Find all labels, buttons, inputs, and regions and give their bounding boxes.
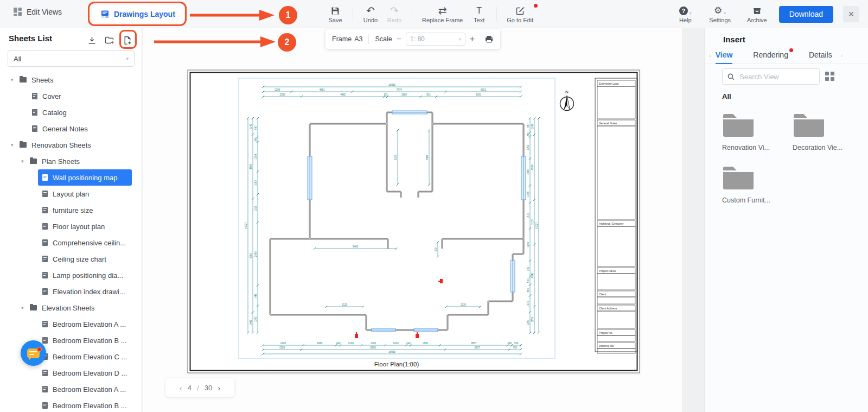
file-icon bbox=[32, 125, 37, 132]
tree-folder-item[interactable]: ▾Renovation Sheets bbox=[0, 137, 142, 153]
tree-sheet-item[interactable]: Bedroom Elevation B ... bbox=[0, 332, 142, 348]
dimension-label: 1360 bbox=[371, 342, 376, 345]
tab-view[interactable]: View bbox=[716, 50, 733, 60]
save-button[interactable]: Save bbox=[323, 5, 347, 23]
chat-icon bbox=[27, 348, 40, 358]
dimension-chain: 3426 bbox=[426, 129, 430, 186]
text-tool-button[interactable]: T Text bbox=[467, 5, 491, 23]
section-label-all: All bbox=[722, 92, 731, 100]
title-block: Enterprise LogoGeneral NotesArchitect / … bbox=[595, 78, 637, 353]
tree-sheet-item[interactable]: Lamp positioning dia... bbox=[0, 267, 142, 283]
toolbar-right: ?▾ Help ⚙▾ Settings Archive Download × bbox=[673, 3, 859, 26]
scale-increase-button[interactable]: + bbox=[465, 34, 479, 44]
help-button[interactable]: ?▾ Help bbox=[673, 5, 697, 23]
view-folder-item[interactable]: Decoration Vie... bbox=[793, 113, 853, 151]
titleblock-label: Client Address bbox=[599, 307, 617, 310]
download-button[interactable]: Download bbox=[779, 6, 833, 23]
toolbar-divider bbox=[412, 7, 412, 21]
tree-sheet-item[interactable]: Cover bbox=[0, 88, 142, 104]
tree-sheet-item[interactable]: Comprehensive ceilin... bbox=[0, 234, 142, 251]
dimension-label: 3857 bbox=[474, 346, 480, 349]
go-to-edit-button[interactable]: Go to Edit bbox=[502, 5, 538, 23]
dimension-label: 2960 bbox=[254, 251, 257, 257]
tree-folder-item[interactable]: ▾Plan Sheets bbox=[0, 153, 142, 169]
view-folder-item[interactable]: Custom Furnit... bbox=[722, 166, 783, 204]
print-button[interactable] bbox=[484, 35, 494, 43]
file-icon bbox=[32, 109, 37, 116]
caret-down-icon[interactable]: ▾ bbox=[11, 142, 20, 148]
drawings-layout-icon bbox=[101, 10, 110, 18]
tree-sheet-item[interactable]: Catalog bbox=[0, 104, 142, 121]
tabs-scroll-right-icon[interactable]: › bbox=[837, 52, 847, 59]
prev-page-button[interactable]: ‹ bbox=[180, 383, 182, 392]
dimension-label: 503 bbox=[527, 278, 529, 283]
file-icon bbox=[42, 272, 48, 278]
help-icon: ?▾ bbox=[679, 5, 692, 16]
titleblock-label: Client bbox=[599, 293, 607, 296]
view-search bbox=[722, 68, 820, 85]
tree-sheet-item[interactable]: Layout plan bbox=[0, 186, 142, 202]
grid-view-toggle[interactable] bbox=[825, 72, 834, 81]
tree-sheet-item[interactable]: Bedroom Elevation D ... bbox=[0, 365, 142, 381]
caret-down-icon: ▾ bbox=[724, 11, 726, 16]
next-page-button[interactable]: › bbox=[218, 383, 220, 392]
caret-down-icon[interactable]: ▾ bbox=[21, 159, 30, 164]
sheets-filter-select[interactable]: All ▾ bbox=[8, 50, 135, 67]
tree-sheet-item[interactable]: Bedroom Elevation A ... bbox=[0, 381, 142, 397]
caret-down-icon[interactable]: ▾ bbox=[21, 305, 30, 310]
replace-frame-button[interactable]: ⇄ Replace Frame bbox=[418, 5, 467, 23]
dimension-label: 1648 bbox=[527, 169, 529, 175]
dimension-label: 1980 bbox=[401, 93, 407, 96]
dimension-label: 4861 bbox=[319, 88, 325, 91]
download-sheets-button[interactable] bbox=[85, 34, 98, 47]
archive-button[interactable]: Archive bbox=[743, 5, 771, 23]
chat-fab-button[interactable] bbox=[21, 340, 46, 366]
dimension-label: 520 bbox=[514, 342, 519, 345]
tree-sheet-item[interactable]: Bedroom Elevation B ... bbox=[0, 397, 142, 412]
tree-sheet-item[interactable]: General Notes bbox=[0, 121, 142, 137]
drawings-layout-button[interactable]: Drawings Layout bbox=[92, 5, 184, 23]
page-total: 30 bbox=[205, 384, 212, 392]
search-input[interactable] bbox=[738, 72, 814, 81]
tree-sheet-item[interactable]: Bedroom Elevation A ... bbox=[0, 316, 142, 332]
add-folder-button[interactable] bbox=[103, 34, 116, 47]
scale-select[interactable]: 1: 80 ▾ bbox=[406, 33, 465, 46]
folder-icon bbox=[20, 142, 27, 148]
tab-details[interactable]: Details bbox=[809, 50, 832, 60]
dimension-chain: 2283486174746001 bbox=[262, 88, 522, 93]
tree-sheet-item[interactable]: Floor layout plan bbox=[0, 218, 142, 234]
redo-button[interactable]: ↷ Redo bbox=[382, 5, 406, 23]
add-sheet-button[interactable] bbox=[121, 34, 134, 47]
titleblock-label: Project Name bbox=[599, 269, 616, 272]
tree-folder-item[interactable]: ▾Sheets bbox=[0, 72, 142, 88]
tree-sheet-item[interactable]: Ceiling size chart bbox=[0, 251, 142, 267]
file-icon bbox=[42, 256, 48, 262]
annotation-arrow-2 bbox=[153, 35, 277, 49]
dimension-chain: 2120 bbox=[325, 303, 364, 308]
floor-plan-drawing[interactable]: N Floor Plan(1:80) 169592283486174746001… bbox=[187, 69, 640, 373]
tree-sheet-item[interactable]: Elevation index drawi... bbox=[0, 283, 142, 300]
dimension-label: 3857 bbox=[471, 342, 477, 345]
view-folder-grid: Renovation Vi...Decoration Vie...Custom … bbox=[718, 106, 859, 212]
sheet-paper[interactable]: N Floor Plan(1:80) 169592283486174746001… bbox=[187, 69, 640, 373]
view-folder-item[interactable]: Renovation Vi... bbox=[722, 113, 783, 151]
undo-button[interactable]: ↶ Undo bbox=[359, 5, 382, 23]
tree-folder-item[interactable]: ▾Elevation Sheets bbox=[0, 300, 142, 316]
edit-views-button[interactable]: Edit Views bbox=[13, 7, 62, 16]
file-icon bbox=[42, 370, 48, 376]
dimension-label: 660 bbox=[527, 288, 529, 292]
annotation-badge-2: 2 bbox=[278, 33, 296, 52]
tabs-scroll-left-icon[interactable]: ‹ bbox=[705, 52, 716, 59]
close-icon: × bbox=[848, 9, 854, 20]
tab-rendering[interactable]: Rendering bbox=[753, 50, 788, 60]
folder-icon bbox=[30, 159, 37, 164]
tree-sheet-item[interactable]: Wall positioning map bbox=[38, 169, 132, 186]
close-button[interactable]: × bbox=[843, 6, 859, 22]
scale-decrease-button[interactable]: − bbox=[392, 34, 406, 44]
dimension-label: 16939 bbox=[388, 351, 395, 353]
caret-down-icon[interactable]: ▾ bbox=[11, 77, 20, 83]
settings-button[interactable]: ⚙▾ Settings bbox=[705, 5, 735, 23]
dimension-label: 240 bbox=[336, 342, 341, 345]
notification-dot bbox=[789, 48, 793, 52]
tree-sheet-item[interactable]: furniture size bbox=[0, 202, 142, 218]
